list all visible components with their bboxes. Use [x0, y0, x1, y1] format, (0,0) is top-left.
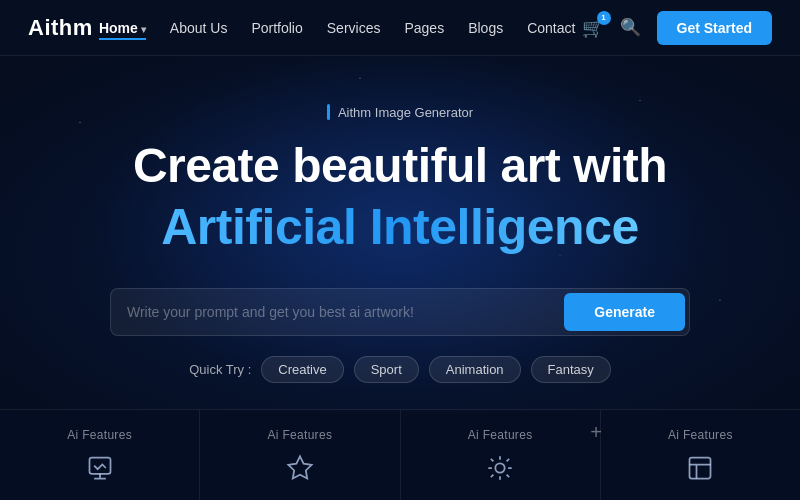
quick-try-label: Quick Try : [189, 362, 251, 377]
prompt-input[interactable] [127, 304, 564, 320]
nav-link-home[interactable]: Home▾ [99, 20, 146, 40]
nav-item-about[interactable]: About Us [170, 19, 228, 37]
feature-icon-3 [486, 454, 514, 488]
cart-icon[interactable]: 🛒 1 [582, 17, 604, 39]
get-started-button[interactable]: Get Started [657, 11, 772, 45]
feature-card-2: Ai Features [200, 410, 400, 500]
feature-card-3: Ai Features [401, 410, 601, 500]
svg-rect-2 [690, 458, 711, 479]
nav-item-contact[interactable]: Contact [527, 19, 575, 37]
nav-item-services[interactable]: Services [327, 19, 381, 37]
nav-link-pages[interactable]: Pages [404, 20, 444, 36]
nav-item-blogs[interactable]: Blogs [468, 19, 503, 37]
quick-tag-sport[interactable]: Sport [354, 356, 419, 383]
search-icon[interactable]: 🔍 [620, 17, 641, 38]
nav-link-about[interactable]: About Us [170, 20, 228, 36]
quick-tag-animation[interactable]: Animation [429, 356, 521, 383]
feature-icon-2 [286, 454, 314, 488]
generate-button[interactable]: Generate [564, 293, 685, 331]
feature-label-2: Ai Features [268, 428, 333, 442]
plus-icon: + [590, 421, 602, 444]
nav-link-blogs[interactable]: Blogs [468, 20, 503, 36]
feature-label-1: Ai Features [67, 428, 132, 442]
nav-link-portfolio[interactable]: Portfolio [251, 20, 302, 36]
chevron-down-icon: ▾ [141, 24, 146, 35]
navbar: Aithm Home▾ About Us Portfolio Services … [0, 0, 800, 56]
nav-link-services[interactable]: Services [327, 20, 381, 36]
quick-tag-creative[interactable]: Creative [261, 356, 343, 383]
hero-badge-text: Aithm Image Generator [338, 105, 473, 120]
nav-item-home[interactable]: Home▾ [99, 19, 146, 37]
quick-try-row: Quick Try : Creative Sport Animation Fan… [189, 356, 611, 383]
feature-icon-4 [686, 454, 714, 488]
feature-icon-1 [86, 454, 114, 488]
hero-title-line1: Create beautiful art with [133, 140, 667, 193]
cart-badge: 1 [597, 11, 611, 25]
hero-badge: Aithm Image Generator [327, 104, 473, 120]
nav-link-contact[interactable]: Contact [527, 20, 575, 36]
hero-badge-bar [327, 104, 330, 120]
feature-card-4: Ai Features [601, 410, 800, 500]
brand-logo[interactable]: Aithm [28, 15, 93, 41]
svg-point-1 [495, 463, 504, 472]
nav-actions: 🛒 1 🔍 Get Started [582, 11, 772, 45]
features-row: Ai Features Ai Features Ai Features Ai F… [0, 409, 800, 500]
nav-links: Home▾ About Us Portfolio Services Pages … [99, 19, 576, 37]
hero-section: Aithm Image Generator Create beautiful a… [0, 56, 800, 500]
nav-item-pages[interactable]: Pages [404, 19, 444, 37]
quick-tag-fantasy[interactable]: Fantasy [531, 356, 611, 383]
feature-card-1: Ai Features [0, 410, 200, 500]
hero-search-row: Generate [110, 288, 690, 336]
hero-title-line2: Artificial Intelligence [161, 199, 639, 257]
feature-label-4: Ai Features [668, 428, 733, 442]
feature-label-3: Ai Features [468, 428, 533, 442]
nav-item-portfolio[interactable]: Portfolio [251, 19, 302, 37]
hero-content: Aithm Image Generator Create beautiful a… [0, 104, 800, 419]
